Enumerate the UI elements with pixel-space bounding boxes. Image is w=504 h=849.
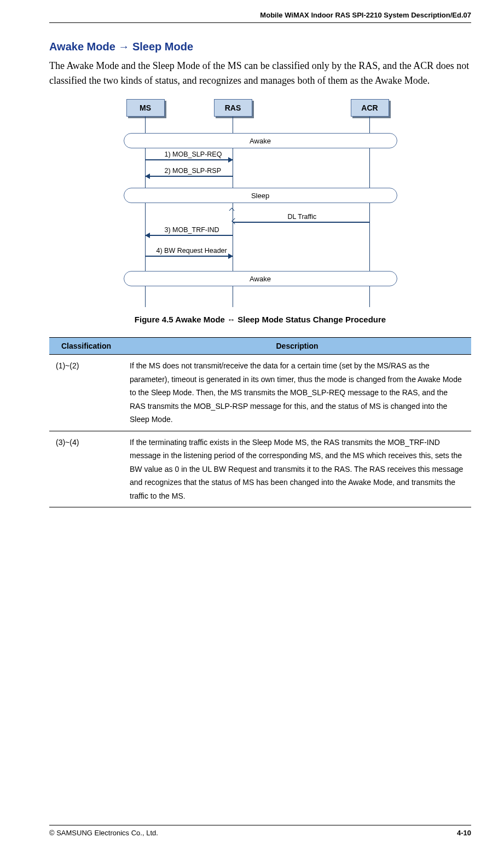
dl-up-segment	[233, 211, 234, 222]
msg-label-3: 3) MOB_TRF-IND	[165, 226, 219, 234]
actor-ras: RAS	[214, 99, 252, 117]
msg-line-3	[146, 235, 233, 236]
msg-line-2	[146, 176, 233, 177]
actor-ms: MS	[126, 99, 165, 117]
msg-label-dl: DL Traffic	[288, 213, 317, 221]
msg-line-1	[146, 159, 233, 160]
table-header-row: Classification Description	[49, 338, 471, 355]
msg-line-4	[146, 256, 233, 257]
state-awake-1: Awake	[124, 133, 397, 148]
table-row: (3)~(4) If the terminating traffic exist…	[49, 431, 471, 507]
cell-classification: (1)~(2)	[49, 355, 123, 431]
table-row: (1)~(2) If the MS does not transmit/rece…	[49, 355, 471, 431]
th-classification: Classification	[49, 338, 123, 355]
page-footer: © SAMSUNG Electronics Co., Ltd. 4-10	[49, 825, 471, 837]
dl-up-arrow	[229, 208, 234, 213]
sequence-diagram-wrapper: MS RAS ACR Awake 1) MOB_SLP-REQ 2) MOB_S…	[49, 99, 471, 307]
sequence-diagram: MS RAS ACR Awake 1) MOB_SLP-REQ 2) MOB_S…	[118, 99, 403, 307]
header-rule	[49, 22, 471, 23]
state-awake-2: Awake	[124, 271, 397, 286]
state-sleep: Sleep	[124, 188, 397, 203]
msg-line-dl	[233, 222, 369, 223]
figure-caption: Figure 4.5 Awake Mode ↔ Sleep Mode Statu…	[49, 315, 471, 324]
actor-acr: ACR	[351, 99, 389, 117]
footer-page-number: 4-10	[457, 829, 471, 837]
description-table: Classification Description (1)~(2) If th…	[49, 337, 471, 507]
header-doc-title: Mobile WiMAX Indoor RAS SPI-2210 System …	[49, 11, 471, 22]
th-description: Description	[123, 338, 471, 355]
cell-description: If the terminating traffic exists in the…	[123, 431, 471, 507]
footer-copyright: © SAMSUNG Electronics Co., Ltd.	[49, 829, 158, 837]
msg-label-4: 4) BW Request Header	[157, 247, 227, 255]
cell-classification: (3)~(4)	[49, 431, 123, 507]
section-paragraph: The Awake Mode and the Sleep Mode of the…	[49, 59, 471, 88]
msg-label-2: 2) MOB_SLP-RSP	[165, 167, 222, 175]
msg-label-1: 1) MOB_SLP-REQ	[165, 151, 222, 158]
cell-description: If the MS does not transmit/receive the …	[123, 355, 471, 431]
section-heading: Awake Mode → Sleep Mode	[49, 41, 471, 53]
